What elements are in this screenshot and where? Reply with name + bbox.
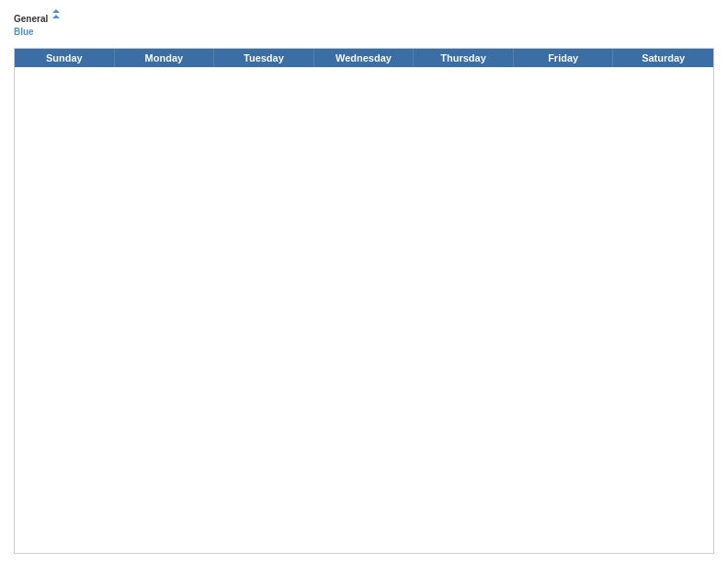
header-day-tuesday: Tuesday xyxy=(214,49,314,67)
calendar: SundayMondayTuesdayWednesdayThursdayFrid… xyxy=(14,48,714,554)
header-day-thursday: Thursday xyxy=(414,49,514,67)
header-day-monday: Monday xyxy=(115,49,215,67)
logo-svg: General Blue xyxy=(14,9,60,42)
page-header: General Blue xyxy=(14,9,714,42)
calendar-body xyxy=(15,67,713,553)
header-day-friday: Friday xyxy=(514,49,614,67)
calendar-header: SundayMondayTuesdayWednesdayThursdayFrid… xyxy=(15,49,713,67)
logo: General Blue xyxy=(14,9,60,42)
svg-text:General: General xyxy=(14,14,48,24)
svg-text:Blue: Blue xyxy=(14,27,34,37)
svg-marker-3 xyxy=(52,15,60,18)
header-day-saturday: Saturday xyxy=(613,49,713,67)
header-day-wednesday: Wednesday xyxy=(314,49,415,67)
svg-marker-2 xyxy=(52,9,60,13)
header-day-sunday: Sunday xyxy=(15,49,115,67)
